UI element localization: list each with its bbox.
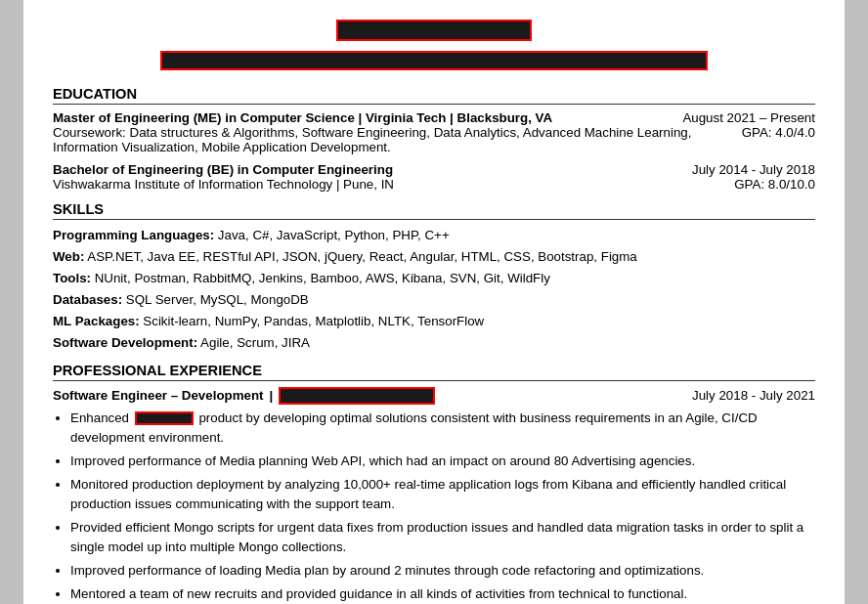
education-section: EDUCATION Master of Engineering (ME) in … (53, 86, 815, 192)
resume-page: EDUCATION Master of Engineering (ME) in … (23, 0, 845, 604)
skills-section: SKILLS Programming Languages: Java, C#, … (53, 201, 815, 353)
exp-title-row: Software Engineer – Development | July 2… (53, 387, 815, 405)
experience-section: PROFESSIONAL EXPERIENCE Software Enginee… (53, 363, 815, 604)
skill-1: Programming Languages: Java, C#, JavaScr… (53, 226, 815, 245)
exp-entry-1: Software Engineer – Development | July 2… (53, 387, 815, 604)
date-2: July 2014 - July 2018 (692, 162, 815, 177)
skill-6: Software Development: Agile, Scrum, JIRA (53, 333, 815, 353)
gpa-2: GPA: 8.0/10.0 (734, 177, 815, 192)
university-2: Vishwakarma Institute of Information Tec… (53, 177, 394, 192)
skill-4: Databases: SQL Server, MySQL, MongoDB (53, 290, 815, 310)
experience-title: PROFESSIONAL EXPERIENCE (53, 363, 815, 381)
edu-entry-2: Bachelor of Engineering (BE) in Computer… (53, 162, 815, 192)
contact-redacted (160, 51, 708, 70)
coursework-1: Coursework: Data structures & Algorithms… (53, 125, 732, 154)
company-redacted (279, 387, 435, 405)
header (53, 20, 815, 74)
bullet-2: Improved performance of Media planning W… (70, 452, 815, 471)
bullet-3: Monitored production deployment by analy… (70, 475, 815, 514)
bullet-6: Mentored a team of new recruits and prov… (70, 584, 815, 604)
experience-bullets: Enhanced product by developing optimal s… (53, 409, 815, 604)
gpa-1: GPA: 4.0/4.0 (742, 125, 815, 140)
education-title: EDUCATION (53, 86, 815, 105)
bullet-5: Improved performance of loading Media pl… (70, 561, 815, 581)
bullet-redacted (135, 411, 194, 425)
exp-title-text: Software Engineer – Development | (53, 387, 435, 405)
skill-3: Tools: NUnit, Postman, RabbitMQ, Jenkins… (53, 269, 815, 288)
bullet-4: Provided efficient Mongo scripts for urg… (70, 518, 815, 557)
edu-entry-1: Master of Engineering (ME) in Computer S… (53, 110, 815, 154)
bullet-1: Enhanced product by developing optimal s… (70, 409, 815, 448)
skills-title: SKILLS (53, 201, 815, 220)
skill-5: ML Packages: Scikit-learn, NumPy, Pandas… (53, 312, 815, 331)
skill-2: Web: ASP.NET, Java EE, RESTful API, JSON… (53, 247, 815, 267)
exp-date: July 2018 - July 2021 (692, 388, 815, 403)
date-1: August 2021 – Present (682, 110, 815, 125)
degree-2: Bachelor of Engineering (BE) in Computer… (53, 162, 393, 177)
edu-sub-2: Vishwakarma Institute of Information Tec… (53, 177, 815, 192)
name-redacted (336, 20, 532, 41)
degree-1: Master of Engineering (ME) in Computer S… (53, 110, 552, 125)
